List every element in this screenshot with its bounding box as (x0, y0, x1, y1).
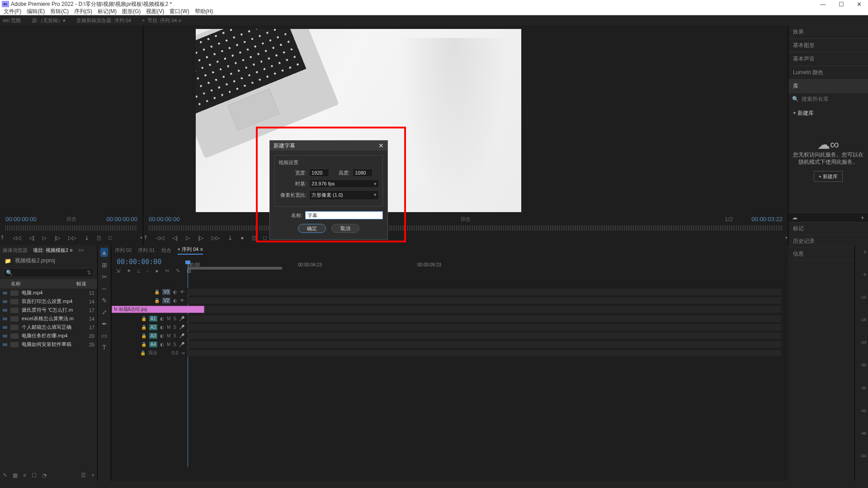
src-next-frame-icon[interactable]: |▷ (55, 235, 60, 241)
eye-icon[interactable]: 👁 (180, 298, 184, 303)
new-library-button[interactable]: + 新建库 (788, 105, 868, 122)
tab-overflow[interactable]: >> (78, 247, 84, 253)
seq-tab-01[interactable]: 序列 01 (138, 247, 155, 254)
menu-sequence[interactable]: 序列(S) (72, 8, 94, 15)
source-fit-label[interactable]: 拟合 (66, 216, 76, 223)
lock-icon[interactable]: 🔒 (154, 289, 160, 294)
window-maximize-button[interactable]: ☐ (839, 1, 844, 8)
lock-icon[interactable]: 🔒 (154, 298, 160, 303)
track-lane[interactable] (187, 315, 781, 322)
track-select-tool-icon[interactable]: ⊞ (102, 261, 107, 269)
type-tool-icon[interactable]: T (102, 344, 106, 351)
project-item[interactable]: 电脑.mp411 (0, 289, 97, 297)
prog-play-icon[interactable]: ▷ (186, 235, 190, 241)
panel-effects[interactable]: 效果 (788, 25, 868, 39)
src-add-button-icon[interactable]: + (140, 235, 143, 241)
prog-mark-in-icon[interactable]: ⤒ (143, 235, 148, 241)
eye-icon[interactable]: 👁 (180, 289, 184, 294)
track-lane[interactable] (187, 288, 781, 295)
track-label-a3[interactable]: A3 (149, 333, 157, 339)
lock-icon[interactable]: 🔒 (140, 351, 146, 355)
library-add-icon[interactable]: + (861, 214, 864, 221)
tl-marker-icon[interactable]: ✦ (127, 268, 131, 274)
proj-new-bin-icon[interactable]: ☰ (81, 472, 86, 479)
mute-button[interactable]: M (167, 316, 170, 321)
tab-audio-mixer[interactable]: 音频剪辑混合器: 序列 04 (76, 17, 131, 24)
project-item[interactable]: 双面打印怎么设置.mp414 (0, 297, 97, 306)
tab-project[interactable]: 项目: 视频模板2 ≡ (33, 247, 73, 254)
tl-snap-icon[interactable]: ⇲ (116, 268, 120, 274)
proj-zoom-slider[interactable]: ◔ (42, 472, 47, 479)
lock-icon[interactable]: 🔒 (141, 325, 146, 330)
prog-step-fwd-icon[interactable]: ▷▷ (212, 235, 220, 241)
lock-icon[interactable]: 🔒 (141, 333, 146, 338)
pen-tool-icon[interactable]: ⤢ (102, 308, 107, 316)
menu-graphics[interactable]: 图形(G) (120, 8, 142, 15)
track-lane[interactable]: fx 标题&总结.jpg (187, 305, 781, 313)
tab-program[interactable]: 节目: 序列 04 ≡ (147, 17, 181, 24)
solo-button[interactable]: S (173, 342, 176, 347)
prog-extract-icon[interactable]: ⍰ (252, 235, 255, 241)
proj-new-item-icon[interactable]: + (91, 472, 94, 479)
toggle-output-icon[interactable]: ◐ (160, 316, 164, 321)
program-scrub-bar[interactable] (149, 225, 783, 231)
window-close-button[interactable]: ✕ (857, 1, 862, 8)
track-label-v3[interactable]: V3 (162, 289, 170, 295)
timeline-workarea-bar[interactable] (188, 267, 282, 270)
selection-tool-icon[interactable]: ▲ (100, 248, 108, 257)
seq-tab-combo[interactable]: 组合 (161, 247, 171, 254)
hand-tool-icon[interactable]: ▭ (101, 332, 107, 339)
project-item[interactable]: excel表格怎么算乘法.m14 (0, 314, 97, 323)
tl-overwrite-icon[interactable]: ● (155, 268, 158, 274)
height-input[interactable] (353, 169, 373, 177)
tl-caption-icon[interactable]: ✎ (176, 268, 180, 274)
program-fit-label[interactable]: 拟合 (461, 216, 471, 223)
tab-more[interactable]: » (142, 17, 145, 24)
tab-source[interactable]: 源:（无剪辑）▾ (32, 17, 66, 24)
project-item[interactable]: 摄氏度符号 ℃怎么打.m17 (0, 306, 97, 314)
panel-essential-sound[interactable]: 基本声音 (788, 52, 868, 66)
menu-window[interactable]: 窗口(W) (168, 8, 191, 15)
tl-insert-icon[interactable]: ◦ (147, 268, 149, 274)
rectangle-tool-icon[interactable]: ✒ (102, 320, 107, 327)
proj-list-view-icon[interactable]: ▦ (13, 472, 18, 479)
prog-lift-icon[interactable]: ● (241, 235, 244, 241)
prog-export-frame-icon[interactable]: □ (264, 235, 267, 241)
end-of-seq-icon[interactable]: ⇥ (181, 351, 184, 355)
slip-tool-icon[interactable]: ✎ (102, 297, 107, 304)
sort-icon[interactable]: ⇅ (87, 270, 91, 276)
lock-icon[interactable]: 🔒 (141, 342, 146, 347)
track-label-mix[interactable]: 混合 (148, 350, 157, 356)
ok-button[interactable]: 确定 (298, 224, 326, 233)
project-item[interactable]: 个人邮箱怎么填写正确17 (0, 323, 97, 332)
toggle-output-icon[interactable]: ◐ (160, 333, 164, 338)
toggle-output-icon[interactable]: ◐ (173, 289, 177, 294)
program-resolution[interactable]: 1/2 (725, 216, 733, 223)
track-label-v2[interactable]: V2 (162, 298, 170, 303)
track-label-a1[interactable]: A1 (149, 316, 157, 322)
proj-write-icon[interactable]: ✎ (3, 472, 7, 479)
panel-markers[interactable]: 标记 (788, 223, 868, 235)
window-minimize-button[interactable]: — (820, 1, 826, 8)
prog-prev-frame-icon[interactable]: ◁| (172, 235, 178, 241)
col-name[interactable]: 名称 (11, 280, 21, 287)
toggle-output-icon[interactable]: ◐ (173, 298, 177, 303)
track-lane[interactable] (187, 297, 781, 304)
prog-next-frame-icon[interactable]: |▷ (198, 235, 203, 241)
menu-file[interactable]: 文件(F) (2, 8, 23, 15)
track-lane[interactable] (187, 349, 781, 356)
src-overwrite-icon[interactable]: □ (108, 235, 112, 241)
lock-icon[interactable]: 🔒 (141, 316, 146, 321)
tl-wrench-icon[interactable]: ✂ (165, 268, 170, 274)
timebase-select[interactable]: 23.976 fps (309, 180, 379, 188)
timeline-timecode[interactable]: 00:00:00:00 (117, 258, 161, 266)
menu-marker[interactable]: 标记(M) (96, 8, 118, 15)
dialog-close-button[interactable]: ✕ (378, 142, 384, 149)
panel-libraries[interactable]: 库 (788, 80, 868, 93)
seq-tab-04[interactable]: × 序列 04 ≡ (178, 246, 203, 255)
ripple-tool-icon[interactable]: ✂ (102, 273, 107, 280)
project-search[interactable]: 🔍 ⇅ (4, 268, 94, 277)
cc-new-library-button[interactable]: + 新建库 (814, 171, 843, 182)
toggle-output-icon[interactable]: ◐ (160, 342, 164, 347)
track-lane[interactable] (187, 341, 781, 348)
